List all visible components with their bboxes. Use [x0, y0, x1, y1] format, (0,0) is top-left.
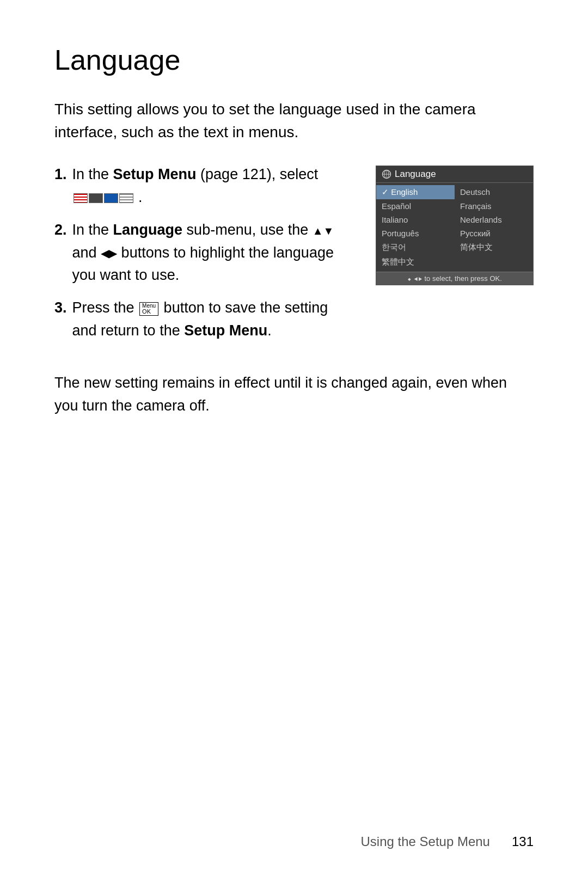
- closing-paragraph: The new setting remains in effect until …: [54, 372, 534, 418]
- up-down-arrows-icon: ▲▼: [313, 225, 334, 236]
- page-footer: Using the Setup Menu 131: [360, 834, 534, 849]
- flag-blue-icon: [104, 193, 118, 203]
- menu-item-russian: Русский: [455, 226, 533, 240]
- menu-item-simplified-chinese: 简体中文: [455, 240, 533, 255]
- menu-item-english: English: [376, 185, 455, 199]
- menu-ok-button-icon: MenuOK: [139, 302, 158, 316]
- steps-text: 1. In the Setup Menu (page 121), select …: [54, 163, 354, 352]
- menu-screenshot: Language English Deutsch Español Françai…: [376, 166, 534, 352]
- footer-page-number: 131: [512, 834, 534, 849]
- menu-item-nederlands: Nederlands: [455, 213, 533, 226]
- menu-item-italiano: Italiano: [376, 213, 455, 226]
- menu-title-text: Language: [395, 169, 436, 180]
- step-2-content: In the Language sub-menu, use the ▲▼ and…: [72, 219, 354, 287]
- select-icons: [74, 193, 133, 203]
- step-3-number: 3.: [54, 297, 67, 342]
- step-1-number: 1.: [54, 163, 67, 209]
- menu-item-francais: Français: [455, 199, 533, 213]
- globe-icon: [382, 169, 391, 179]
- step-3: 3. Press the MenuOK button to save the s…: [54, 297, 354, 342]
- step-2: 2. In the Language sub-menu, use the ▲▼ …: [54, 219, 354, 287]
- setup-menu-bold: Setup Menu: [113, 166, 197, 182]
- menu-footer-text: ⬥ ◀▶ to select, then press OK.: [407, 274, 502, 283]
- menu-item-empty: [455, 255, 533, 270]
- step-1: 1. In the Setup Menu (page 121), select …: [54, 163, 354, 209]
- page-content: Language This setting allows you to set …: [0, 0, 588, 481]
- intro-paragraph: This setting allows you to set the langu…: [54, 98, 534, 144]
- menu-item-korean: 한국어: [376, 240, 455, 255]
- and-text: and: [72, 244, 97, 261]
- steps-section: 1. In the Setup Menu (page 121), select …: [54, 163, 534, 352]
- left-right-arrows-icon: ◀▶: [101, 248, 117, 259]
- menu-box: Language English Deutsch Español Françai…: [376, 166, 534, 285]
- setup-menu-bold-2: Setup Menu: [184, 322, 267, 339]
- language-bold: Language: [113, 222, 183, 238]
- flag-lines-icon: [119, 193, 133, 203]
- menu-footer: ⬥ ◀▶ to select, then press OK.: [376, 272, 533, 285]
- menu-item-espanol: Español: [376, 199, 455, 213]
- footer-section-label: Using the Setup Menu: [360, 834, 489, 849]
- flag-usa-icon: [74, 193, 88, 203]
- menu-item-portugues: Português: [376, 226, 455, 240]
- menu-items-grid: English Deutsch Español Français Italian…: [376, 183, 533, 272]
- flag-dark-icon: [89, 193, 103, 203]
- page-title: Language: [54, 44, 534, 76]
- menu-title-bar: Language: [376, 166, 533, 183]
- step-1-content: In the Setup Menu (page 121), select .: [72, 163, 354, 209]
- menu-item-traditional-chinese: 繁體中文: [376, 255, 455, 270]
- step-2-number: 2.: [54, 219, 67, 287]
- menu-item-deutsch: Deutsch: [455, 185, 533, 199]
- step-3-content: Press the MenuOK button to save the sett…: [72, 297, 354, 342]
